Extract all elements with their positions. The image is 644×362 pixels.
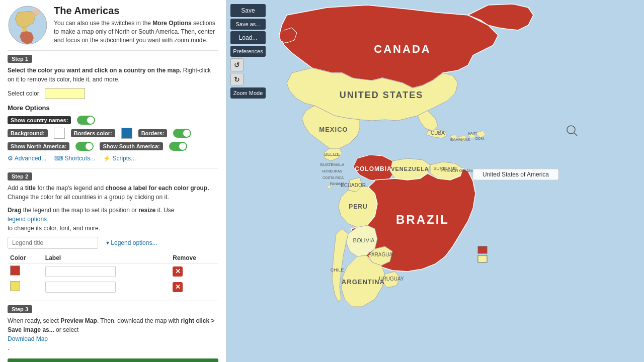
bahamas-label: BAHAMAS <box>450 137 470 142</box>
save-button[interactable]: Save <box>230 4 266 17</box>
color-select-row: Select color: <box>8 88 218 99</box>
step2-badge: Step 2 <box>8 172 32 180</box>
scripts-link[interactable]: ⚡ Scripts... <box>103 155 136 162</box>
north-south-row: Show North America: Show South America: <box>8 142 218 151</box>
color-picker[interactable] <box>45 88 85 99</box>
step1-description: Select the color you want and click on a… <box>8 66 218 84</box>
header-row: The Americas You can also use the switch… <box>8 5 218 45</box>
save-as-button[interactable]: Save as... <box>230 19 266 30</box>
legend-color-swatch-1[interactable] <box>10 265 20 276</box>
borders-toggle[interactable] <box>173 129 191 138</box>
background-label: Background: <box>8 129 48 137</box>
belize-label: BELIZE <box>324 152 340 157</box>
show-country-names-row: Show country names: <box>8 116 218 125</box>
legend-label-input-1[interactable] <box>45 266 116 277</box>
chile-label: CHILE <box>331 267 344 273</box>
background-row: Background: Borders color: Borders: <box>8 128 218 139</box>
cuba-label: CUBA <box>431 130 445 136</box>
left-panel: The Americas You can also use the switch… <box>0 0 226 362</box>
more-options-title: More Options <box>8 104 218 112</box>
map-tooltip-text: United States of America <box>482 171 549 178</box>
links-row: ⚙ Advanced... ⌨ Shortcuts... ⚡ Scripts..… <box>8 155 218 162</box>
step1-badge: Step 1 <box>8 55 32 63</box>
preview-map-button[interactable]: PREVIEW MAP <box>8 358 218 362</box>
usa-label: UNITED STATES <box>340 90 423 100</box>
svg-rect-6 <box>478 255 487 262</box>
col-header-color: Color <box>8 253 43 263</box>
venezuela-label: VENEZUELA <box>391 166 429 172</box>
guatemala-label: GUATEMALA <box>320 162 345 167</box>
argentina-label: ARGENTINA <box>342 278 385 286</box>
mexico-label: MEXICO <box>319 126 348 133</box>
haiti-label: HAITI <box>468 132 477 135</box>
step3-section: Step 3 When ready, select Preview Map. T… <box>8 305 218 352</box>
remove-row-button-1[interactable]: ✕ <box>173 266 183 277</box>
canada-label: CANADA <box>374 43 431 55</box>
map-title: The Americas <box>54 5 218 17</box>
remove-row-button-2[interactable]: ✕ <box>173 282 183 292</box>
table-row: ✕ <box>8 279 218 295</box>
uruguay-label: URUGUAY <box>379 276 404 282</box>
borders-color-label: Borders color: <box>71 129 115 137</box>
map-area: Save Save as... Load... Preferences ↺ ↻ … <box>226 0 644 362</box>
zoom-mode-button[interactable]: Zoom Mode <box>230 87 266 99</box>
borders-label: Borders: <box>138 129 168 137</box>
options-grid: Show country names: Background: Borders … <box>8 116 218 151</box>
legend-label-input-2[interactable] <box>45 282 116 293</box>
svg-rect-5 <box>478 246 487 253</box>
fg-label: FRENCH GUIANA <box>441 168 475 173</box>
show-north-label: Show North America: <box>8 142 69 150</box>
header-description: You can also use the switches in the Mor… <box>54 19 218 44</box>
ecuador-label: ECUADOR <box>341 183 366 188</box>
col-header-remove: Remove <box>170 253 218 263</box>
download-map-link[interactable]: Download Map <box>8 334 218 343</box>
redo-button[interactable]: ↻ <box>230 73 244 86</box>
step1-section: Step 1 Select the color you want and cli… <box>8 55 218 162</box>
legend-table: Color Label Remove ✕ ✕ <box>8 253 218 295</box>
step3-description: When ready, select Preview Map. Then, do… <box>8 316 218 352</box>
col-header-label: Label <box>43 253 170 263</box>
costarica-label: COSTA RICA <box>323 176 344 179</box>
peru-label: PERU <box>349 203 367 210</box>
honduras-label: HONDURAS <box>322 169 342 173</box>
bolivia-label: BOLIVIA <box>353 237 375 243</box>
map-svg-container: CANADA UNITED STATES MEXICO CUBA BAHAMAS… <box>226 0 644 362</box>
step2-desc1: Add a title for the map's legend and cho… <box>8 184 218 202</box>
undo-button[interactable]: ↺ <box>230 58 244 71</box>
dr-label: DOM. <box>475 137 485 140</box>
show-country-names-toggle[interactable] <box>77 116 95 125</box>
legend-options-link[interactable]: ▾ Legend options... <box>106 239 157 246</box>
legend-options-link-inline[interactable]: legend options <box>8 215 218 224</box>
shortcuts-link[interactable]: ⌨ Shortcuts... <box>54 155 95 162</box>
legend-title-input[interactable] <box>8 237 98 249</box>
show-north-toggle[interactable] <box>75 142 94 151</box>
header-text: The Americas You can also use the switch… <box>54 5 218 44</box>
borders-color-swatch[interactable] <box>121 128 132 139</box>
preferences-button[interactable]: Preferences <box>230 46 266 57</box>
select-color-label: Select color: <box>8 90 41 97</box>
globe-icon <box>8 5 48 45</box>
show-south-toggle[interactable] <box>169 142 187 151</box>
legend-color-swatch-2[interactable] <box>10 281 20 291</box>
show-country-names-label: Show country names: <box>8 116 71 124</box>
step2-section: Step 2 Add a title for the map's legend … <box>8 172 218 295</box>
brazil-label: BRAZIL <box>396 213 449 226</box>
step3-badge: Step 3 <box>8 305 32 313</box>
step2-desc2: Drag the legend on the map to set its po… <box>8 206 218 233</box>
paraguay-label: PARAGUAY <box>368 252 395 257</box>
load-button[interactable]: Load... <box>230 31 266 44</box>
advanced-link[interactable]: ⚙ Advanced... <box>8 155 46 162</box>
background-color-swatch[interactable] <box>54 128 65 139</box>
table-row: ✕ <box>8 263 218 280</box>
colombia-label: COLOMBIA <box>355 165 391 172</box>
tool-buttons: Save Save as... Load... Preferences ↺ ↻ … <box>230 4 266 99</box>
show-south-label: Show South America: <box>100 142 163 150</box>
